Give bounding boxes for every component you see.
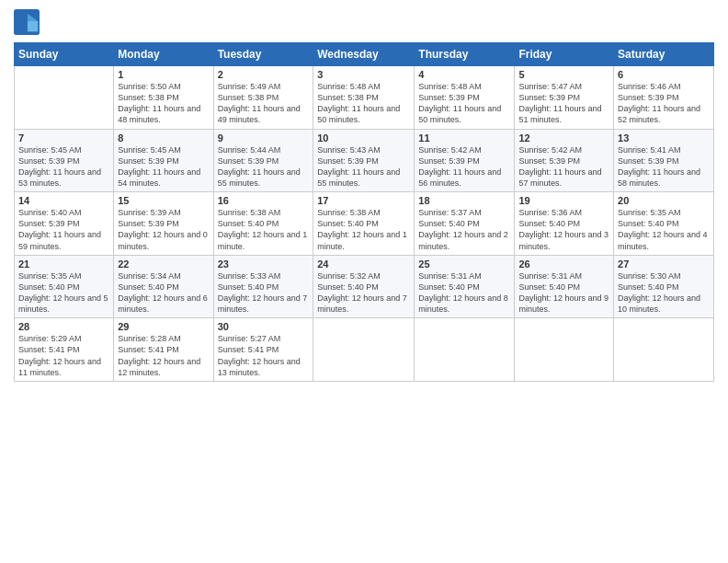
calendar-cell: 3Sunrise: 5:48 AMSunset: 5:38 PMDaylight… [313, 66, 415, 130]
page-header [14, 9, 714, 35]
day-info: Sunrise: 5:49 AMSunset: 5:38 PMDaylight:… [218, 81, 310, 126]
day-info: Sunrise: 5:46 AMSunset: 5:39 PMDaylight:… [618, 81, 710, 126]
calendar-cell: 20Sunrise: 5:35 AMSunset: 5:40 PMDayligh… [614, 192, 714, 256]
day-number: 21 [18, 259, 109, 270]
day-info: Sunrise: 5:35 AMSunset: 5:40 PMDaylight:… [618, 207, 710, 252]
day-number: 12 [518, 132, 609, 144]
calendar-cell: 14Sunrise: 5:40 AMSunset: 5:39 PMDayligh… [15, 192, 114, 256]
day-info: Sunrise: 5:38 AMSunset: 5:40 PMDaylight:… [317, 207, 410, 252]
day-number: 15 [118, 195, 209, 206]
header-tuesday: Tuesday [213, 43, 313, 66]
calendar-cell: 28Sunrise: 5:29 AMSunset: 5:41 PMDayligh… [15, 318, 114, 382]
day-info: Sunrise: 5:47 AMSunset: 5:39 PMDaylight:… [518, 81, 609, 126]
calendar-cell: 18Sunrise: 5:37 AMSunset: 5:40 PMDayligh… [415, 192, 515, 256]
header-saturday: Saturday [614, 43, 714, 66]
calendar-cell: 29Sunrise: 5:28 AMSunset: 5:41 PMDayligh… [114, 318, 213, 382]
day-number: 1 [118, 69, 209, 80]
calendar-cell: 22Sunrise: 5:34 AMSunset: 5:40 PMDayligh… [114, 255, 213, 318]
day-info: Sunrise: 5:50 AMSunset: 5:38 PMDaylight:… [118, 81, 209, 126]
day-number: 13 [618, 132, 710, 144]
day-info: Sunrise: 5:32 AMSunset: 5:40 PMDaylight:… [317, 270, 410, 316]
calendar-cell: 9Sunrise: 5:44 AMSunset: 5:39 PMDaylight… [213, 129, 313, 192]
day-info: Sunrise: 5:41 AMSunset: 5:39 PMDaylight:… [618, 144, 710, 190]
svg-marker-2 [28, 21, 38, 31]
day-info: Sunrise: 5:43 AMSunset: 5:39 PMDaylight:… [317, 144, 410, 190]
calendar-cell: 17Sunrise: 5:38 AMSunset: 5:40 PMDayligh… [313, 192, 415, 256]
day-number: 9 [218, 132, 310, 144]
day-number: 23 [218, 259, 310, 270]
day-number: 11 [418, 132, 510, 144]
day-number: 28 [18, 321, 109, 332]
calendar-cell [313, 318, 415, 382]
day-number: 16 [218, 195, 310, 206]
calendar-week-row: 7Sunrise: 5:45 AMSunset: 5:39 PMDaylight… [15, 129, 714, 192]
day-number: 2 [218, 69, 310, 80]
calendar-week-row: 28Sunrise: 5:29 AMSunset: 5:41 PMDayligh… [15, 318, 714, 382]
day-number: 27 [618, 259, 710, 270]
calendar-cell [614, 318, 714, 382]
day-number: 30 [218, 321, 310, 332]
calendar-week-row: 1Sunrise: 5:50 AMSunset: 5:38 PMDaylight… [15, 66, 714, 130]
day-info: Sunrise: 5:34 AMSunset: 5:40 PMDaylight:… [118, 270, 209, 316]
day-info: Sunrise: 5:35 AMSunset: 5:40 PMDaylight:… [18, 270, 109, 316]
calendar-cell: 24Sunrise: 5:32 AMSunset: 5:40 PMDayligh… [313, 255, 415, 318]
day-number: 17 [317, 195, 410, 206]
day-info: Sunrise: 5:33 AMSunset: 5:40 PMDaylight:… [218, 270, 310, 316]
day-number: 20 [618, 195, 710, 206]
calendar-cell: 23Sunrise: 5:33 AMSunset: 5:40 PMDayligh… [213, 255, 313, 318]
calendar-cell: 13Sunrise: 5:41 AMSunset: 5:39 PMDayligh… [614, 129, 714, 192]
day-info: Sunrise: 5:36 AMSunset: 5:40 PMDaylight:… [518, 207, 609, 252]
day-info: Sunrise: 5:38 AMSunset: 5:40 PMDaylight:… [218, 207, 310, 252]
calendar-cell: 26Sunrise: 5:31 AMSunset: 5:40 PMDayligh… [515, 255, 614, 318]
day-info: Sunrise: 5:45 AMSunset: 5:39 PMDaylight:… [118, 144, 209, 190]
calendar-cell: 12Sunrise: 5:42 AMSunset: 5:39 PMDayligh… [515, 129, 614, 192]
calendar-cell: 25Sunrise: 5:31 AMSunset: 5:40 PMDayligh… [415, 255, 515, 318]
day-info: Sunrise: 5:37 AMSunset: 5:40 PMDaylight:… [418, 207, 510, 252]
calendar-cell: 30Sunrise: 5:27 AMSunset: 5:41 PMDayligh… [213, 318, 313, 382]
day-number: 8 [118, 132, 209, 144]
calendar-cell: 27Sunrise: 5:30 AMSunset: 5:40 PMDayligh… [614, 255, 714, 318]
logo-icon [14, 9, 40, 35]
day-info: Sunrise: 5:40 AMSunset: 5:39 PMDaylight:… [18, 207, 109, 252]
calendar-cell [15, 66, 114, 130]
day-number: 4 [418, 69, 510, 80]
header-monday: Monday [114, 43, 213, 66]
calendar-cell: 21Sunrise: 5:35 AMSunset: 5:40 PMDayligh… [15, 255, 114, 318]
calendar-cell: 2Sunrise: 5:49 AMSunset: 5:38 PMDaylight… [213, 66, 313, 130]
day-number: 25 [418, 259, 510, 270]
calendar-cell: 8Sunrise: 5:45 AMSunset: 5:39 PMDaylight… [114, 129, 213, 192]
calendar-cell [415, 318, 515, 382]
day-number: 3 [317, 69, 410, 80]
header-thursday: Thursday [415, 43, 515, 66]
calendar-header-row: SundayMondayTuesdayWednesdayThursdayFrid… [15, 43, 714, 66]
day-info: Sunrise: 5:48 AMSunset: 5:38 PMDaylight:… [317, 81, 410, 126]
day-info: Sunrise: 5:29 AMSunset: 5:41 PMDaylight:… [18, 333, 109, 378]
calendar-cell: 1Sunrise: 5:50 AMSunset: 5:38 PMDaylight… [114, 66, 213, 130]
day-info: Sunrise: 5:42 AMSunset: 5:39 PMDaylight:… [418, 144, 510, 190]
day-info: Sunrise: 5:31 AMSunset: 5:40 PMDaylight:… [518, 270, 609, 316]
header-wednesday: Wednesday [313, 43, 415, 66]
calendar-cell: 6Sunrise: 5:46 AMSunset: 5:39 PMDaylight… [614, 66, 714, 130]
day-number: 22 [118, 259, 209, 270]
day-number: 10 [317, 132, 410, 144]
calendar-week-row: 21Sunrise: 5:35 AMSunset: 5:40 PMDayligh… [15, 255, 714, 318]
day-number: 18 [418, 195, 510, 206]
day-info: Sunrise: 5:42 AMSunset: 5:39 PMDaylight:… [518, 144, 609, 190]
header-friday: Friday [515, 43, 614, 66]
day-number: 26 [518, 259, 609, 270]
calendar-cell: 15Sunrise: 5:39 AMSunset: 5:39 PMDayligh… [114, 192, 213, 256]
calendar-table: SundayMondayTuesdayWednesdayThursdayFrid… [14, 42, 714, 382]
day-info: Sunrise: 5:27 AMSunset: 5:41 PMDaylight:… [218, 333, 310, 378]
day-number: 24 [317, 259, 410, 270]
calendar-cell: 4Sunrise: 5:48 AMSunset: 5:39 PMDaylight… [415, 66, 515, 130]
calendar-cell: 16Sunrise: 5:38 AMSunset: 5:40 PMDayligh… [213, 192, 313, 256]
logo [14, 9, 43, 35]
calendar-week-row: 14Sunrise: 5:40 AMSunset: 5:39 PMDayligh… [15, 192, 714, 256]
day-info: Sunrise: 5:39 AMSunset: 5:39 PMDaylight:… [118, 207, 209, 252]
header-sunday: Sunday [15, 43, 114, 66]
calendar-cell: 5Sunrise: 5:47 AMSunset: 5:39 PMDaylight… [515, 66, 614, 130]
day-info: Sunrise: 5:45 AMSunset: 5:39 PMDaylight:… [18, 144, 109, 190]
day-info: Sunrise: 5:30 AMSunset: 5:40 PMDaylight:… [618, 270, 710, 316]
day-info: Sunrise: 5:28 AMSunset: 5:41 PMDaylight:… [118, 333, 209, 378]
calendar-cell: 10Sunrise: 5:43 AMSunset: 5:39 PMDayligh… [313, 129, 415, 192]
